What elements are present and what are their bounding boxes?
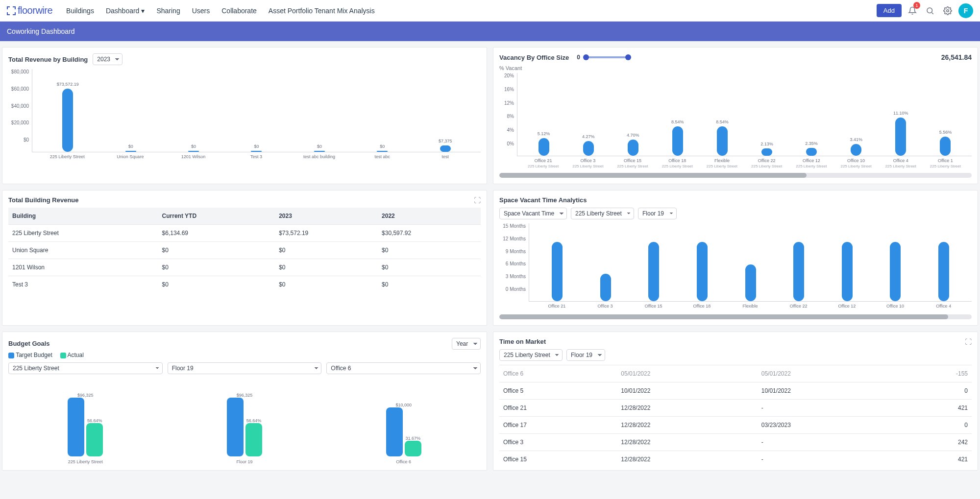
table-header[interactable]: 2023 — [275, 208, 378, 225]
nav-sharing[interactable]: Sharing — [156, 7, 180, 15]
vacancy-scrollbar[interactable] — [499, 173, 972, 178]
svt-metric-select[interactable]: Space Vacant Time — [499, 208, 567, 219]
card-svt: Space Vacant Time Analytics Space Vacant… — [493, 190, 978, 326]
bar-target[interactable] — [227, 398, 244, 456]
slider-handle-min[interactable] — [583, 54, 589, 60]
table-row[interactable]: Office 605/01/202205/01/2022-155 — [499, 365, 972, 382]
bar[interactable] — [895, 118, 906, 156]
nav-buildings[interactable]: Buildings — [66, 7, 94, 15]
bar-actual[interactable] — [86, 423, 103, 456]
bar[interactable] — [377, 151, 388, 152]
bar-target[interactable] — [386, 407, 403, 456]
bar-actual[interactable] — [405, 441, 421, 456]
bar[interactable] — [648, 242, 659, 301]
legend-target-icon — [8, 353, 14, 358]
vacancy-subtitle: % Vacant — [499, 65, 972, 71]
bar[interactable] — [552, 242, 563, 301]
bar[interactable] — [628, 140, 638, 156]
table-row[interactable]: 225 Liberty Street$6,134.69$73,572.19$30… — [8, 225, 481, 242]
avatar[interactable]: F — [958, 3, 973, 18]
revenue-year-select[interactable]: 2023 — [93, 53, 122, 65]
card-total-revenue: Total Revenue by Building 2023 $80,000$6… — [2, 47, 487, 184]
building-revenue-table: BuildingCurrent YTD20232022 225 Liberty … — [8, 208, 481, 293]
bar[interactable] — [539, 138, 549, 156]
card-building-revenue: ⛶ Total Building Revenue BuildingCurrent… — [2, 190, 487, 326]
bar[interactable] — [890, 242, 901, 301]
total-revenue-title: Total Revenue by Building — [8, 56, 88, 63]
bar[interactable] — [717, 126, 728, 156]
legend-actual-icon — [60, 353, 66, 358]
svt-floor-select[interactable]: Floor 19 — [638, 208, 677, 219]
expand-icon[interactable]: ⛶ — [965, 338, 972, 346]
brand-text: floorwire — [18, 5, 52, 16]
table-row[interactable]: Office 1712/28/202203/23/20230 — [499, 417, 972, 434]
bar-target[interactable] — [68, 398, 84, 456]
tom-title: Time on Market — [499, 338, 546, 345]
vacancy-max: 26,541.84 — [941, 53, 972, 61]
bar[interactable] — [806, 148, 817, 156]
nav-asset-portfolio[interactable]: Asset Portfolio Tenant Mix Analysis — [269, 7, 375, 15]
bar[interactable] — [251, 151, 262, 152]
bar[interactable] — [761, 148, 772, 156]
bar[interactable] — [672, 126, 683, 156]
bar[interactable] — [600, 274, 611, 301]
building-rev-title: Total Building Revenue — [8, 196, 79, 204]
bar[interactable] — [583, 141, 594, 156]
nav-collaborate[interactable]: Collaborate — [221, 7, 257, 15]
tom-floor-select[interactable]: Floor 19 — [566, 349, 605, 361]
chevron-down-icon: ▾ — [141, 7, 145, 15]
slider-handle-max[interactable] — [625, 54, 631, 60]
bar[interactable] — [125, 151, 136, 152]
budget-legend: Target Budget Actual — [8, 352, 481, 358]
bar[interactable] — [793, 242, 804, 301]
nav-users[interactable]: Users — [192, 7, 210, 15]
bar[interactable] — [745, 264, 756, 301]
table-row[interactable]: Office 510/01/202210/01/20220 — [499, 382, 972, 400]
nav-dashboard[interactable]: Dashboard▾ — [106, 7, 145, 15]
bar[interactable] — [940, 137, 951, 156]
table-row[interactable]: Office 312/28/2022-242 — [499, 434, 972, 451]
search-icon[interactable] — [923, 4, 937, 18]
nav-links: Buildings Dashboard▾ Sharing Users Colla… — [66, 7, 375, 15]
brand-logo[interactable]: floorwire — [7, 5, 52, 16]
bar[interactable] — [62, 89, 73, 152]
table-row[interactable]: Union Square$0$0$0 — [8, 242, 481, 259]
table-header[interactable]: 2022 — [378, 208, 481, 225]
gear-icon[interactable] — [941, 4, 955, 18]
svt-title: Space Vacant Time Analytics — [499, 196, 587, 204]
budget-period-select[interactable]: Year — [452, 338, 481, 350]
vacancy-slider[interactable] — [585, 56, 629, 58]
bar[interactable] — [188, 151, 199, 152]
budget-scope-select[interactable]: Floor 19 — [168, 362, 322, 374]
vacancy-chart: 20%16%12%8%4%0% 5.12%4.27%4.70%8.54%8.54… — [499, 73, 972, 156]
svg-point-1 — [947, 9, 949, 12]
expand-icon[interactable]: ⛶ — [474, 196, 481, 204]
bar[interactable] — [842, 242, 853, 301]
bar[interactable] — [697, 242, 708, 301]
budget-title: Budget Goals — [8, 340, 50, 347]
brand-icon — [7, 6, 16, 15]
vacancy-title: Vacancy By Office Size — [499, 54, 569, 61]
table-row[interactable]: Office 2112/28/2022-421 — [499, 400, 972, 417]
bar[interactable] — [314, 151, 325, 152]
bar[interactable] — [938, 242, 949, 301]
table-header[interactable]: Current YTD — [158, 208, 275, 225]
bar[interactable] — [851, 144, 861, 156]
budget-scope-select[interactable]: Office 6 — [326, 362, 481, 374]
table-header[interactable]: Building — [8, 208, 158, 225]
svt-scrollbar[interactable] — [499, 314, 972, 319]
table-row[interactable]: Test 3$0$0$0 — [8, 276, 481, 293]
revenue-chart: $80,000$60,000$40,000$20,000$0 $73,572.1… — [8, 69, 481, 152]
bar-actual[interactable] — [245, 423, 262, 456]
table-row[interactable]: Office 1512/28/2022-421 — [499, 451, 972, 463]
table-row[interactable]: 1201 Wilson$0$0$0 — [8, 259, 481, 276]
bar[interactable] — [440, 145, 451, 152]
tom-building-select[interactable]: 225 Liberty Street — [499, 349, 563, 361]
page-title: Coworking Dashboard — [0, 22, 980, 41]
budget-scope-select[interactable]: 225 Liberty Street — [8, 362, 163, 374]
svt-building-select[interactable]: 225 Liberty Street — [571, 208, 634, 219]
tom-table: Office 605/01/202205/01/2022-155Office 5… — [499, 365, 972, 463]
notifications-badge: 1 — [913, 2, 920, 9]
add-button[interactable]: Add — [877, 4, 902, 17]
notifications-icon[interactable]: 1 — [906, 4, 919, 18]
